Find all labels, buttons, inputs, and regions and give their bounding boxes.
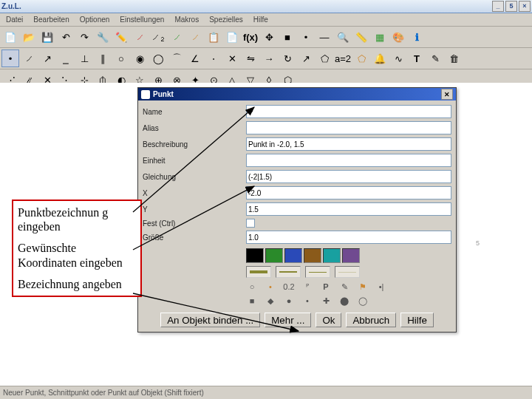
polygon-tool-icon[interactable]: ⬠ (316, 50, 333, 67)
dot-sm-icon[interactable]: • (297, 28, 315, 46)
ok-button[interactable]: Ok (316, 313, 341, 327)
new-icon[interactable]: 📄 (1, 28, 19, 46)
dialog-close-icon[interactable]: ✕ (441, 89, 453, 100)
ruler-icon[interactable]: 📏 (352, 28, 370, 46)
shape-dot-icon[interactable]: • (301, 295, 313, 307)
func-tool-icon[interactable]: ∿ (389, 50, 407, 67)
menu-bearbeiten[interactable]: Bearbeiten (29, 15, 73, 24)
colors-icon[interactable]: 🎨 (389, 28, 407, 46)
menu-datei[interactable]: Datei (1, 15, 27, 24)
circle3-tool-icon[interactable]: ◯ (149, 50, 167, 67)
thickness-thick[interactable] (246, 266, 271, 278)
input-gleichung[interactable] (246, 170, 451, 183)
minimize-button[interactable]: _ (492, 1, 504, 12)
trash-tool-icon[interactable]: 🗑 (445, 50, 463, 67)
reflect-tool-icon[interactable]: ⇋ (242, 50, 259, 67)
color-brown[interactable] (304, 248, 321, 263)
shape-disc-icon[interactable]: ⬤ (338, 295, 350, 307)
opt-pen-icon[interactable]: ✎ (338, 281, 350, 293)
close-button[interactable]: × (519, 1, 531, 12)
opt-end-icon[interactable]: •| (375, 281, 387, 293)
input-einheit[interactable] (246, 154, 451, 167)
bell-tool-icon[interactable]: 🔔 (371, 50, 389, 67)
eq-tool-icon[interactable]: a=2 (334, 50, 352, 67)
more-button[interactable]: Mehr ... (265, 313, 311, 327)
tool-b-icon[interactable]: ⟋₂ (149, 28, 167, 46)
opt-p-large-icon[interactable]: P (320, 281, 332, 293)
perp-tool-icon[interactable]: ⊥ (75, 50, 93, 67)
tool-d-icon[interactable]: ⟋ (186, 28, 204, 46)
translate-tool-icon[interactable]: → (260, 50, 278, 67)
shape-ring-icon[interactable]: ◯ (357, 295, 369, 307)
maximize-button[interactable]: 5 (505, 1, 517, 12)
bind-button[interactable]: An Objekt binden ... (160, 313, 260, 327)
dialog-titlebar[interactable]: Punkt ✕ (138, 88, 456, 100)
opt-dot-icon[interactable]: • (265, 281, 276, 293)
ray-tool-icon[interactable]: ↗ (38, 50, 56, 67)
opt-flag-icon[interactable]: ⚑ (357, 281, 369, 293)
line-thin-icon[interactable]: — (316, 28, 333, 46)
paint-icon[interactable]: ✏️ (112, 28, 130, 46)
redo-icon[interactable]: ↷ (75, 28, 93, 46)
menu-optionen[interactable]: Optionen (75, 15, 115, 24)
line-tool-icon[interactable]: ⟋ (20, 50, 38, 67)
segment-tool-icon[interactable]: ⎯ (57, 50, 75, 67)
color-blue[interactable] (284, 248, 302, 263)
input-beschreibung[interactable] (246, 137, 451, 151)
thickness-medium[interactable] (276, 266, 301, 278)
circle2-tool-icon[interactable]: ◉ (131, 50, 149, 67)
color-green[interactable] (265, 248, 283, 263)
checkbox-fest[interactable] (246, 219, 255, 228)
input-y[interactable] (246, 202, 451, 216)
tool-c-icon[interactable]: ⟋ (168, 28, 185, 46)
point-tool-icon[interactable]: • (1, 50, 19, 67)
tool-a-icon[interactable]: ⟋ (131, 28, 149, 46)
pent-tool-icon[interactable]: ⬠ (352, 50, 370, 67)
open-icon[interactable]: 📂 (20, 28, 38, 46)
cancel-button[interactable]: Abbruch (346, 313, 396, 327)
arc-tool-icon[interactable]: ⌒ (168, 50, 185, 67)
parallel-tool-icon[interactable]: ∥ (94, 50, 112, 67)
input-x[interactable] (246, 186, 451, 200)
grid-tool-icon[interactable]: ▦ (371, 28, 389, 46)
color-black[interactable] (246, 248, 264, 263)
color-purple[interactable] (342, 248, 360, 263)
rotate-tool-icon[interactable]: ↻ (279, 50, 296, 67)
shape-circle-icon[interactable]: ● (283, 295, 295, 307)
menu-makros[interactable]: Makros (170, 15, 203, 24)
copy-icon[interactable]: 📋 (205, 28, 222, 46)
menu-hilfe[interactable]: Hilfe (249, 15, 273, 24)
move-icon[interactable]: ✥ (260, 28, 278, 46)
intersect-tool-icon[interactable]: ✕ (223, 50, 241, 67)
angle-tool-icon[interactable]: ∠ (186, 50, 204, 67)
zoom-icon[interactable]: 🔍 (334, 28, 352, 46)
notes-icon[interactable]: 📄 (223, 28, 241, 46)
thickness-hidden[interactable] (335, 266, 360, 278)
midpoint-tool-icon[interactable]: ⋅ (205, 50, 222, 67)
help-button[interactable]: Hilfe (400, 313, 434, 327)
input-alias[interactable] (246, 121, 451, 134)
opt-circle-icon[interactable]: ○ (246, 281, 258, 293)
compass-tool-icon[interactable]: ✎ (426, 50, 444, 67)
menu-einstellungen[interactable]: Einstellungen (115, 15, 168, 24)
square-icon[interactable]: ■ (279, 28, 296, 46)
shape-plus-icon[interactable]: ✚ (320, 295, 332, 307)
circle-tool-icon[interactable]: ○ (112, 50, 130, 67)
shape-diamond-icon[interactable]: ◆ (265, 295, 276, 307)
wrench-icon[interactable]: 🔧 (94, 28, 112, 46)
opt-size-icon[interactable]: 0.2 (283, 281, 295, 293)
undo-icon[interactable]: ↶ (57, 28, 75, 46)
color-cyan[interactable] (323, 248, 341, 263)
status-text: Neuer Punkt, Schnittpunkt oder Punkt auf… (3, 389, 204, 397)
menu-spezielles[interactable]: Spezielles (205, 15, 248, 24)
shape-square-icon[interactable]: ■ (246, 295, 258, 307)
text-tool-icon[interactable]: T (408, 50, 426, 67)
opt-p-small-icon[interactable]: ᴾ (301, 281, 313, 293)
input-groesse[interactable] (246, 231, 451, 244)
thickness-thin[interactable] (305, 266, 330, 278)
input-name[interactable] (246, 105, 451, 118)
save-icon[interactable]: 💾 (38, 28, 56, 46)
vec-tool-icon[interactable]: ↗ (297, 50, 315, 67)
fx-icon[interactable]: f(x) (242, 28, 259, 46)
info-icon[interactable]: ℹ (408, 28, 426, 46)
